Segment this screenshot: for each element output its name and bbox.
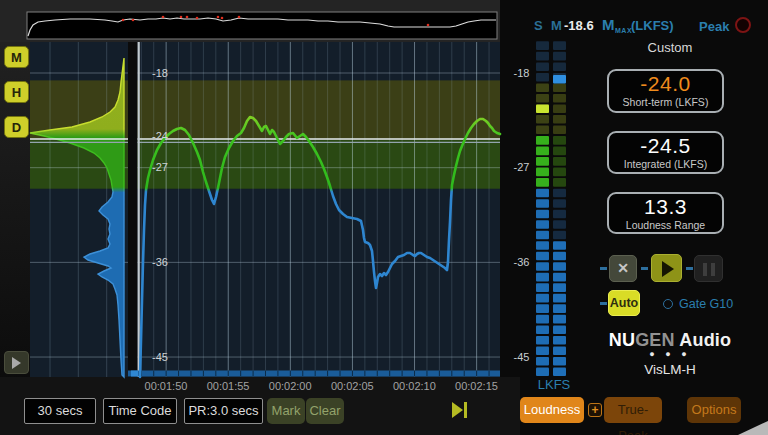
pause-icon	[703, 263, 707, 276]
logo-dots: ● ● ●	[600, 349, 740, 359]
tab-true-peak[interactable]: True-Peak	[604, 397, 662, 423]
preset-name: Custom	[600, 40, 740, 55]
overview-strip[interactable]	[27, 12, 497, 39]
add-view-button[interactable]: +	[588, 403, 602, 417]
product-name: VisLM-H	[600, 362, 740, 377]
mmax-subscript: MAX	[615, 27, 632, 34]
meter-mode-button-m[interactable]: M	[4, 46, 29, 68]
short-term-readout[interactable]: -24.0 Short-term (LKFS)	[607, 69, 724, 113]
m-peak-hold-segment	[553, 75, 566, 84]
overview-peak-dot	[217, 16, 220, 19]
skip-triangle-icon	[452, 402, 463, 418]
short-term-label: Short-term (LKFS)	[609, 96, 722, 109]
pause-icon	[711, 263, 715, 276]
graph-y-tick-label: -45	[152, 351, 168, 363]
overview-peak-dot	[180, 16, 183, 19]
reset-button[interactable]: ✕	[609, 255, 637, 282]
loudness-range-value: 13.3	[609, 195, 722, 219]
x-icon: ✕	[617, 260, 629, 276]
connector-dash	[641, 267, 648, 270]
meter-y-tick-label: -45	[514, 351, 530, 363]
integrated-readout[interactable]: -24.5 Integrated (LKFS)	[607, 131, 724, 174]
meter-units-label: LKFS	[524, 377, 584, 392]
clear-button[interactable]: Clear	[306, 398, 344, 424]
graph-y-tick-label: -24	[152, 130, 168, 142]
connector-dash	[600, 267, 607, 270]
integrated-label: Integrated (LKFS)	[609, 158, 722, 171]
tab-loudness[interactable]: Loudness	[520, 397, 584, 423]
mmax-readout-value: -18.6	[564, 18, 594, 33]
gate-radio[interactable]	[663, 299, 673, 309]
meter-mode-button-d[interactable]: D	[4, 116, 29, 138]
history-length-button[interactable]: 30 secs	[24, 398, 96, 424]
m-meter-label: M	[551, 18, 562, 33]
overview-peak-dot	[196, 17, 199, 20]
overview-peak-dot	[221, 17, 224, 20]
graph-time-label: 00:02:10	[393, 380, 436, 392]
tab-options[interactable]: Options	[687, 397, 741, 423]
peak-label: Peak	[699, 19, 729, 34]
graph-time-label: 00:01:55	[207, 380, 250, 392]
meter-y-tick-label: -27	[514, 161, 530, 173]
meter-mode-button-h[interactable]: H	[4, 81, 29, 103]
play-icon	[662, 261, 674, 277]
logo-nu: NU	[609, 330, 635, 350]
loudness-range-label: Loudness Range	[609, 219, 722, 232]
gate-label: Gate G10	[679, 297, 733, 311]
pause-button[interactable]	[694, 255, 723, 282]
s-peak-hold-segment	[536, 104, 549, 113]
peak-indicator[interactable]	[735, 17, 751, 33]
logo-audio: Audio	[675, 330, 732, 350]
overview-peak-dot	[238, 16, 241, 19]
meter-y-tick-label: -18	[514, 67, 530, 79]
logo-gen: GEN	[635, 330, 675, 350]
auto-button[interactable]: Auto	[608, 290, 640, 316]
vislm-plugin-window: -18-24-27-36-4500:01:5000:01:5500:02:000…	[0, 0, 768, 435]
graph-bottom-strip	[128, 371, 500, 377]
overview-peak-dot	[122, 19, 125, 22]
play-button[interactable]	[651, 254, 682, 282]
meter-y-tick-label: -36	[514, 256, 530, 268]
connector-dash	[600, 302, 607, 305]
overview-peak-dot	[186, 16, 189, 19]
graph-y-tick-label: -27	[152, 161, 168, 173]
connector-dash	[686, 267, 693, 270]
overview-peak-dot	[427, 24, 430, 27]
history-scroll-button[interactable]	[4, 351, 29, 374]
time-mode-button[interactable]: Time Code	[103, 398, 177, 424]
overview-peak-dot	[132, 19, 135, 22]
skip-bar-icon	[464, 402, 467, 418]
graph-time-label: 00:01:50	[145, 380, 188, 392]
graph-time-label: 00:02:15	[455, 380, 498, 392]
history-graph-panel[interactable]: -18-24-27-36-4500:01:5000:01:5500:02:000…	[30, 42, 500, 392]
loudness-range-readout[interactable]: 13.3 Loudness Range	[607, 192, 724, 234]
mark-button[interactable]: Mark	[267, 398, 305, 424]
sm-meter-bars: -18-27-36-45	[514, 41, 566, 376]
nugen-audio-logo: NUGEN Audio	[600, 330, 740, 351]
graph-time-label: 00:02:00	[269, 380, 312, 392]
practical-range-button[interactable]: PR:3.0 secs	[184, 398, 263, 424]
s-meter-label: S	[534, 18, 543, 33]
short-term-value: -24.0	[609, 72, 722, 96]
integrated-value: -24.5	[609, 134, 722, 158]
resize-grip[interactable]	[738, 421, 768, 435]
play-forward-icon	[12, 357, 21, 369]
overview-peak-dot	[162, 16, 165, 19]
graph-y-tick-label: -18	[152, 67, 168, 79]
graph-time-label: 00:02:05	[331, 380, 374, 392]
mmax-letter: M	[602, 16, 615, 33]
graph-y-tick-label: -36	[152, 256, 168, 268]
mmax-units: (LKFS)	[631, 18, 674, 33]
